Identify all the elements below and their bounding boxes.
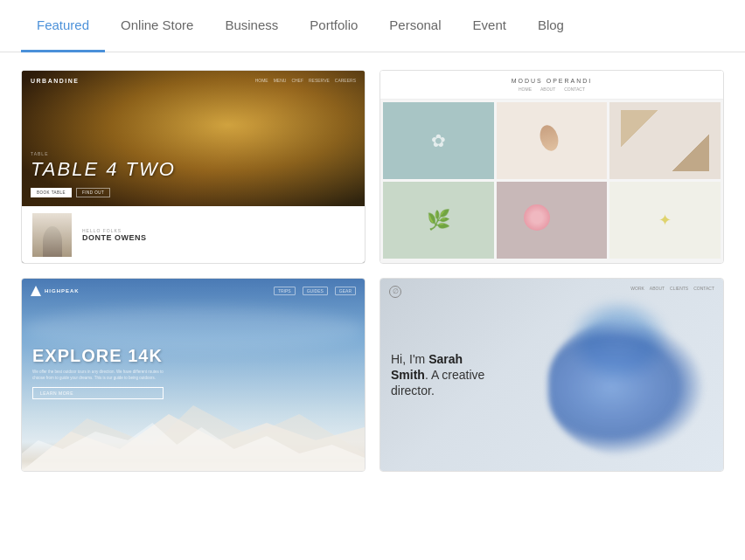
card3-nav: TRIPSGUIDESGEAR: [274, 287, 356, 295]
tab-business[interactable]: Business: [209, 0, 294, 52]
tab-event[interactable]: Event: [457, 0, 522, 52]
tab-blog[interactable]: Blog: [522, 0, 580, 52]
card2-logo: MODUS OPERANDI: [391, 78, 713, 84]
card2-nav: HOMEABOUTCONTACT: [391, 86, 713, 92]
gallery-cell-5: [497, 182, 608, 259]
card1-btn-find[interactable]: FIND OUT: [76, 188, 110, 197]
gallery-cell-2: [497, 102, 608, 179]
card3-title: EXPLORE 14K: [32, 346, 164, 366]
card2-gallery: [380, 100, 723, 261]
card4-logo-icon: [389, 286, 401, 298]
card1-info: HELLO FOLKS DONTE OWENS: [82, 228, 147, 242]
mountain-icon: [31, 286, 41, 296]
card4-nav: WORKABOUTCLIENTSCONTACT: [630, 286, 714, 291]
template-card-sarah[interactable]: WORKABOUTCLIENTSCONTACT Hi, I'm SarahSmi…: [379, 278, 724, 472]
card1-preview: URBANDINE HOMEMENUCHEFRESERVECAREERS TAB…: [22, 71, 365, 263]
card1-buttons: BOOK TABLE FIND OUT: [31, 188, 110, 197]
tab-personal[interactable]: Personal: [373, 0, 456, 52]
tab-online-store[interactable]: Online Store: [105, 0, 209, 52]
tab-navigation: Featured Online Store Business Portfolio…: [0, 0, 745, 52]
template-card-highpeak[interactable]: HIGHPEAK TRIPSGUIDESGEAR EXPLORE 14K We …: [21, 278, 366, 472]
card1-bottom: HELLO FOLKS DONTE OWENS: [22, 206, 365, 263]
card1-nav: HOMEMENUCHEFRESERVECAREERS: [255, 78, 356, 83]
card2-header: MODUS OPERANDI HOMEABOUTCONTACT: [380, 71, 723, 100]
card3-cta-button[interactable]: LEARN MORE: [32, 387, 164, 399]
card3-content: EXPLORE 14K We offer the best outdoor to…: [32, 346, 164, 399]
card4-preview: WORKABOUTCLIENTSCONTACT Hi, I'm SarahSmi…: [380, 279, 723, 471]
card1-logo: URBANDINE: [31, 78, 80, 84]
template-card-urbandine[interactable]: URBANDINE HOMEMENUCHEFRESERVECAREERS TAB…: [21, 70, 366, 264]
card3-header: HIGHPEAK TRIPSGUIDESGEAR: [22, 286, 365, 296]
template-grid: URBANDINE HOMEMENUCHEFRESERVECAREERS TAB…: [0, 52, 745, 489]
gallery-cell-1: [383, 102, 494, 179]
card3-mountain: [22, 401, 365, 471]
card4-intro-text: Hi, I'm SarahSmith. A creativedirector.: [391, 351, 484, 399]
cloud-layer: [22, 308, 365, 351]
card3-desc: We offer the best outdoor tours in any d…: [32, 370, 164, 382]
card1-portrait: [32, 213, 72, 257]
gallery-cell-3: [609, 102, 721, 179]
card3-logo: HIGHPEAK: [31, 286, 80, 296]
template-card-modus[interactable]: MODUS OPERANDI HOMEABOUTCONTACT: [379, 70, 724, 264]
tab-portfolio[interactable]: Portfolio: [294, 0, 373, 52]
watercolor-blob-dark: [548, 317, 706, 457]
gallery-cell-6: [609, 182, 721, 259]
tab-featured[interactable]: Featured: [21, 0, 105, 52]
gallery-cell-4: [383, 182, 494, 259]
card3-preview: HIGHPEAK TRIPSGUIDESGEAR EXPLORE 14K We …: [22, 279, 365, 471]
card1-btn-book[interactable]: BOOK TABLE: [31, 188, 72, 197]
name-highlight: SarahSmith: [391, 352, 463, 382]
card2-preview: MODUS OPERANDI HOMEABOUTCONTACT: [380, 71, 723, 263]
card1-title: TABLE TABLE 4 TWO: [31, 151, 176, 180]
greeting-text: Hi, I'm SarahSmith. A creativedirector.: [391, 351, 484, 399]
